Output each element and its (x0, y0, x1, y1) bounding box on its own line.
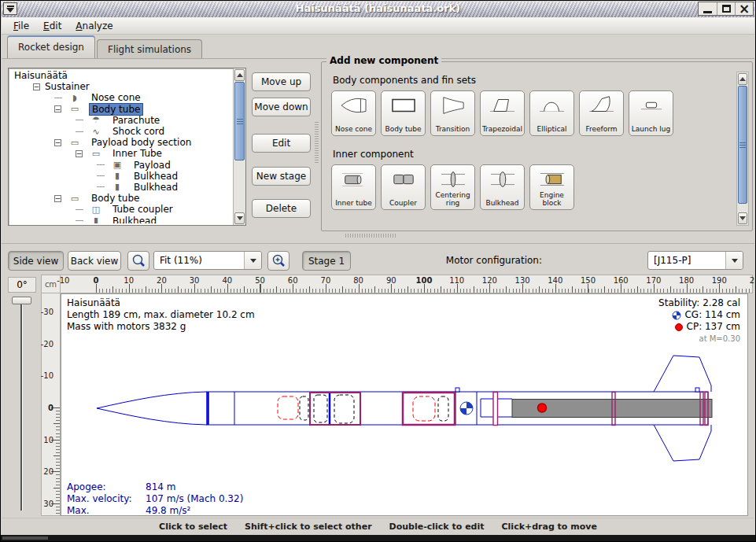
scroll-up-button[interactable] (738, 73, 747, 85)
tree-item-body-tube[interactable]: −▭Body tube (10, 193, 232, 204)
vertical-splitter[interactable] (315, 122, 319, 163)
tree-item-nose-cone[interactable]: ◗Nose cone (10, 92, 232, 103)
add-elliptical-button[interactable]: Elliptical (529, 90, 574, 136)
tree-item-bulkhead[interactable]: ▮Bulkhead (10, 171, 232, 182)
menu-analyze[interactable]: Analyze (68, 19, 120, 33)
launch-lug-shape[interactable] (455, 388, 459, 392)
menubar: FileEditAnalyze (2, 17, 754, 35)
new-stage-button[interactable]: New stage (252, 167, 311, 186)
h-ruler-label: 40 (222, 276, 232, 285)
zoom-out-button[interactable] (127, 251, 149, 271)
tree-expander-icon[interactable]: − (54, 105, 61, 112)
magnifier-minus-icon (131, 253, 146, 269)
rocket-diagram-panel: 0° cm -100102030405060708090100110120130… (2, 275, 754, 518)
motor-configuration-select[interactable]: [J115-P] (647, 251, 743, 270)
move-down-button[interactable]: Move down (252, 98, 311, 116)
horizontal-splitter[interactable] (345, 234, 397, 238)
tree-scrollbar[interactable] (233, 68, 245, 225)
zoom-select[interactable]: Fit (11%) (153, 251, 262, 270)
fin-shape-top[interactable] (654, 356, 711, 392)
component-button-label: Engine block (530, 191, 573, 207)
add-transition-button[interactable]: Transition (430, 90, 475, 136)
maximize-icon (722, 5, 731, 13)
add-bulkhead-button[interactable]: Bulkhead (480, 164, 525, 210)
edit-button[interactable]: Edit (252, 134, 311, 153)
add-body-tube-button[interactable]: Body tube (381, 90, 426, 136)
titlebar[interactable]: Haisunäätä (haisunaata.ork) (2, 2, 754, 17)
tree-expander-icon[interactable]: − (54, 139, 61, 146)
rocket-info: HaisunäätäLength 189 cm, max. diameter 1… (67, 297, 255, 333)
flight-stat-label: Apogee: (67, 481, 146, 493)
h-ruler-label: 20 (157, 276, 167, 285)
h-ruler-label: 70 (321, 276, 331, 285)
rotation-slider-track[interactable] (20, 300, 23, 511)
side-view-button[interactable]: Side view (8, 251, 64, 271)
tree-item-shock-cord[interactable]: ∿Shock cord (10, 126, 232, 137)
rotation-slider-handle[interactable] (12, 297, 31, 304)
tree-expander-icon[interactable]: − (33, 83, 40, 90)
rocket-info-line: Haisunäätä (67, 297, 255, 309)
scroll-down-button[interactable] (234, 212, 245, 224)
tree-item-tube-coupler[interactable]: ◫Tube coupler (10, 204, 232, 215)
delete-button[interactable]: Delete (252, 199, 311, 218)
status-hint: Click+drag to move (502, 522, 597, 532)
tab-rocket-design[interactable]: Rocket design (7, 35, 95, 58)
maximize-button[interactable] (717, 2, 735, 15)
tree-guide-line (76, 120, 83, 120)
window-resize-edge[interactable] (1, 535, 755, 541)
flight-stat-label: Max. acceleration: (67, 505, 146, 516)
add-engine-block-button[interactable]: Engine block (529, 164, 574, 210)
tree-item-bulkhead[interactable]: ▮Bulkhead (10, 215, 232, 223)
minimize-button[interactable] (699, 2, 717, 15)
launch-lug-shape[interactable] (695, 388, 699, 392)
scroll-down-button[interactable] (738, 212, 747, 224)
tree-item-inner-tube[interactable]: −▭Inner Tube (10, 148, 232, 159)
component-button-label: Elliptical (537, 125, 568, 133)
bodytube-icon: ▭ (64, 194, 86, 204)
tree-expander-icon[interactable]: − (76, 150, 83, 157)
tree-expander-icon[interactable]: − (54, 195, 61, 202)
status-hint: Click to select (159, 522, 227, 532)
move-up-button[interactable]: Move up (252, 72, 311, 91)
back-view-button[interactable]: Back view (68, 251, 121, 271)
tree-item-bulkhead[interactable]: ▮Bulkhead (10, 182, 232, 193)
mach-note: at M=0.30 (658, 333, 740, 345)
tree-item-label: Sustainer (42, 81, 92, 92)
bodytube-icon (388, 94, 419, 117)
transition-icon (437, 94, 469, 117)
tree-item-haisunäätä[interactable]: Haisunäätä (10, 70, 232, 81)
rocket-canvas[interactable]: HaisunäätäLength 189 cm, max. diameter 1… (61, 293, 748, 516)
h-ruler-label: 120 (482, 276, 497, 285)
group-label: Body components and fin sets (333, 75, 476, 86)
tree-item-label: Bulkhead (131, 171, 180, 182)
menu-edit[interactable]: Edit (36, 19, 68, 33)
zoom-in-button[interactable] (267, 251, 289, 271)
add-trapezoidal-button[interactable]: Trapezoidal (480, 90, 525, 136)
nose-cone-shape[interactable] (97, 392, 207, 425)
menu-file[interactable]: File (6, 19, 36, 33)
add-centering-ring-button[interactable]: Centering ring (430, 164, 475, 210)
tree-item-payload[interactable]: ▣Payload (10, 160, 232, 171)
add-nose-cone-button[interactable]: Nose cone (331, 90, 376, 136)
add-launch-lug-button[interactable]: Launch lug (629, 90, 673, 136)
tree-item-parachute[interactable]: ☂Parachute (10, 115, 232, 126)
tree-item-body-tube[interactable]: −▭Body tube (10, 104, 232, 115)
tab-flight-simulations[interactable]: Flight simulations (97, 39, 202, 58)
fin-shape-bottom[interactable] (654, 425, 711, 461)
bulkhead-icon (487, 168, 518, 191)
add-component-title: Add new component (326, 55, 441, 66)
add-inner-tube-button[interactable]: Inner tube (331, 164, 376, 210)
add-freeform-button[interactable]: Freeform (579, 90, 624, 136)
close-button[interactable]: × (735, 2, 753, 15)
nosecone-icon (338, 94, 370, 117)
component-scrollbar[interactable] (736, 72, 749, 226)
window-menu-button[interactable] (3, 2, 17, 15)
stage-1-toggle[interactable]: Stage 1 (302, 251, 351, 271)
scroll-up-button[interactable] (234, 69, 245, 81)
add-coupler-button[interactable]: Coupler (381, 164, 426, 210)
component-scroll-thumb[interactable] (738, 86, 747, 204)
tree-item-sustainer[interactable]: −Sustainer (10, 81, 232, 92)
tree-scroll-thumb[interactable] (234, 82, 245, 160)
tree-item-payload-body-section[interactable]: −▭Payload body section (10, 137, 232, 148)
centering-ring-shape[interactable] (493, 393, 498, 426)
